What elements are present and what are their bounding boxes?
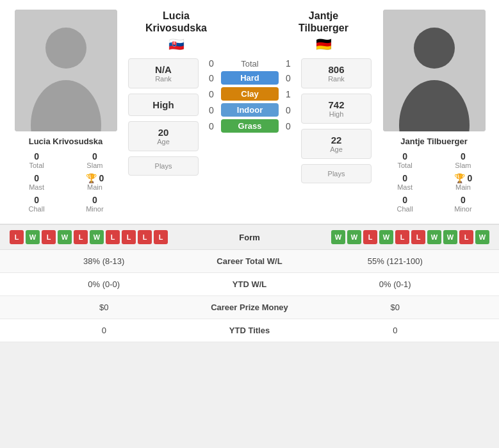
- player2-slam-label: Slam: [455, 162, 471, 169]
- player2-form-badge: W: [475, 230, 489, 244]
- ytd-wl-row: 0% (0-0) YTD W/L 0% (0-1): [0, 273, 499, 296]
- player1-form-badge: L: [42, 230, 56, 244]
- player2-total-value: 0: [402, 151, 407, 162]
- ytd-wl-p2: 0% (0-1): [301, 279, 490, 289]
- player1-main-label: Main: [87, 183, 102, 191]
- player2-slam-value: 0: [461, 151, 466, 162]
- indoor-score-p1: 0: [202, 105, 221, 115]
- player2-form-badges: WWLWLLWWLW: [282, 230, 490, 244]
- hard-badge: Hard: [221, 71, 279, 85]
- career-total-p2: 55% (121-100): [301, 256, 490, 266]
- player1-total-value: 0: [34, 151, 39, 162]
- titles-p2: 0: [301, 326, 490, 335]
- player1-mast-value: 0: [34, 173, 39, 183]
- career-total-p1: 38% (8-13): [10, 256, 199, 266]
- player1-age-label: Age: [135, 138, 192, 145]
- player2-rank-label: Rank: [308, 75, 364, 83]
- player1-high-block: High: [128, 94, 199, 116]
- player2-age-label: Age: [308, 145, 364, 153]
- player2-rank-value: 806: [308, 64, 364, 75]
- titles-p1: 0: [10, 326, 199, 335]
- player2-name: Jantje Tilbuerger: [400, 137, 468, 146]
- svg-point-4: [414, 28, 455, 69]
- titles-label: YTD Titles: [199, 326, 301, 335]
- player1-flag: 🇸🇰: [168, 37, 184, 52]
- player1-form-badge: L: [138, 230, 152, 244]
- player1-rank-value: N/A: [135, 64, 192, 75]
- prize-row: $0 Career Prize Money $0: [0, 296, 499, 319]
- form-label: Form: [218, 233, 282, 242]
- player2-high-label: High: [308, 110, 364, 118]
- player1-total-label: Total: [29, 162, 44, 169]
- bottom-section: LWLWLWLLLL Form WWLWLLWWLW 38% (8-13) Ca…: [0, 225, 499, 342]
- player2-flag: 🇩🇪: [316, 37, 332, 52]
- total-score-p1: 0: [202, 58, 221, 69]
- player1-main-value: 0: [99, 173, 104, 183]
- form-row: LWLWLWLLLL Form WWLWLLWWLW: [0, 225, 499, 250]
- hard-score-p1: 0: [202, 73, 221, 83]
- clay-score-p2: 1: [279, 89, 298, 99]
- player1-chall-label: Chall: [29, 205, 45, 213]
- player2-mast-label: Mast: [397, 183, 413, 191]
- player1-minor-value: 0: [92, 195, 97, 205]
- player1-rank-block: N/A Rank: [128, 58, 199, 88]
- scores-center: 0 Total 1 0 Hard 0 0 Clay 1 0: [202, 58, 298, 135]
- player2-form-badge: W: [347, 230, 361, 244]
- player1-form-badge: L: [122, 230, 136, 244]
- total-label: Total: [221, 59, 279, 69]
- player1-avatar: [15, 10, 117, 131]
- ytd-wl-label: YTD W/L: [199, 279, 301, 289]
- player1-info-column: N/A Rank High 20 Age Plays: [128, 58, 199, 178]
- player1-form-badge: L: [154, 230, 168, 244]
- player1-minor-label: Minor: [86, 205, 104, 213]
- clay-score-row: 0 Clay 1: [202, 87, 298, 101]
- player2-main-label: Main: [455, 183, 471, 191]
- grass-badge: Grass: [221, 119, 279, 133]
- player2-form-badge: W: [331, 230, 345, 244]
- player1-form-badge: W: [26, 230, 40, 244]
- player1-form-badge: W: [58, 230, 72, 244]
- grass-score-p2: 0: [279, 121, 298, 131]
- player1-form-badge: W: [90, 230, 104, 244]
- player2-age-block: 22 Age: [301, 129, 372, 159]
- player1-mast-label: Mast: [29, 183, 44, 191]
- player2-plays-block: Plays: [301, 164, 372, 183]
- player2-minor-value: 0: [461, 195, 466, 205]
- prize-label: Career Prize Money: [199, 303, 301, 312]
- player2-chall-label: Chall: [397, 205, 413, 213]
- player1-form-badge: L: [10, 230, 24, 244]
- player1-plays-block: Plays: [128, 156, 199, 176]
- player1-trophy-icon: 🏆: [86, 173, 97, 183]
- titles-row: 0 YTD Titles 0: [0, 319, 499, 342]
- prize-p1: $0: [10, 303, 199, 312]
- player1-age-block: 20 Age: [128, 121, 199, 151]
- player1-header-name: Lucia Krivosudska: [145, 10, 207, 34]
- player1-form-badge: L: [106, 230, 120, 244]
- svg-point-1: [45, 28, 86, 69]
- player2-trophy-icon: 🏆: [454, 173, 465, 183]
- player1-rank-label: Rank: [135, 75, 192, 83]
- player2-main-value: 0: [468, 173, 473, 183]
- player2-rank-block: 806 Rank: [301, 58, 372, 88]
- player2-high-value: 742: [308, 99, 364, 110]
- grass-score-row: 0 Grass 0: [202, 119, 298, 133]
- player2-chall-value: 0: [402, 195, 407, 205]
- player1-slam-value: 0: [92, 151, 97, 162]
- hard-score-row: 0 Hard 0: [202, 71, 298, 85]
- total-score-p2: 1: [279, 58, 298, 69]
- player1-slam-label: Slam: [86, 162, 102, 169]
- total-score-row: 0 Total 1: [202, 58, 298, 69]
- player1-plays-label: Plays: [135, 162, 192, 170]
- indoor-score-p2: 0: [279, 105, 298, 115]
- player2-plays-label: Plays: [308, 170, 364, 178]
- player2-avatar: [383, 10, 486, 131]
- player1-card: Lucia Krivosudska 0 Total 0 Slam 0 Mast …: [6, 10, 125, 214]
- player2-info-column: 806 Rank 742 High 22 Age Plays: [301, 58, 372, 186]
- clay-score-p1: 0: [202, 89, 221, 99]
- player2-high-block: 742 High: [301, 94, 372, 124]
- player1-name: Lucia Krivosudska: [29, 137, 103, 146]
- grass-score-p1: 0: [202, 121, 221, 131]
- player2-form-badge: W: [427, 230, 441, 244]
- career-total-label: Career Total W/L: [199, 256, 301, 266]
- player2-card: Jantje Tilbuerger 0 Total 0 Slam 0 Mast …: [375, 10, 493, 214]
